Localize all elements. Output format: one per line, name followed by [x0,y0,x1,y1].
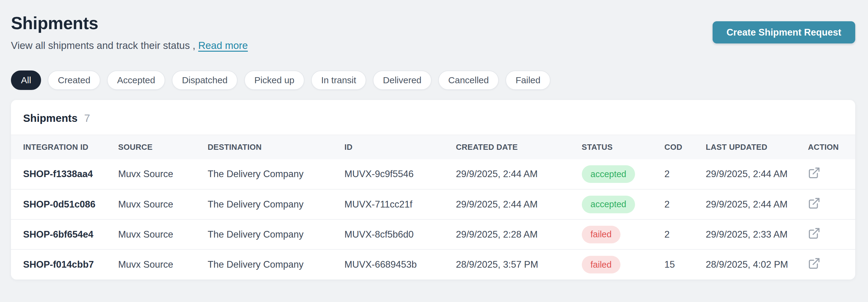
filter-pill-created[interactable]: Created [48,70,100,90]
cell-action [808,159,855,189]
cell-status: failed [582,249,664,279]
cell-created-date: 28/9/2025, 3:57 PM [456,249,582,279]
open-shipment-button[interactable] [808,197,820,210]
filter-pill-all[interactable]: All [11,70,41,90]
table-row: SHOP-6bf654e4 Muvx Source The Delivery C… [11,220,855,249]
filter-pill-label: In transit [321,75,356,86]
filter-pill-label: Created [58,75,90,86]
cell-id: MUVX-8cf5b6d0 [345,220,456,249]
cell-cod: 2 [664,220,706,249]
table-header-row: INTEGRATION IDSOURCEDESTINATIONIDCREATED… [11,135,855,159]
filter-pills: All Created Accepted Dispatched Picked u… [11,70,855,90]
page-header: Shipments View all shipments and track t… [11,13,855,52]
cell-destination: The Delivery Company [208,249,345,279]
read-more-link[interactable]: Read more [198,40,248,51]
cell-cod: 2 [664,189,706,220]
page-title: Shipments [11,13,248,33]
status-badge: failed [582,226,620,243]
page-header-text: Shipments View all shipments and track t… [11,13,248,52]
filter-pill-delivered[interactable]: Delivered [373,70,432,90]
filter-pill-in-transit[interactable]: In transit [311,70,366,90]
shipments-table: INTEGRATION IDSOURCEDESTINATIONIDCREATED… [11,135,855,279]
external-link-icon [808,197,820,210]
cell-integration-id: SHOP-f1338aa4 [11,159,118,189]
column-header-integration-id: INTEGRATION ID [11,135,118,159]
filter-pill-label: Cancelled [448,75,489,86]
cell-source: Muvx Source [118,220,208,249]
cell-action [808,189,855,220]
filter-pill-label: All [21,75,31,86]
cell-last-updated: 29/9/2025, 2:33 AM [706,220,808,249]
status-badge: accepted [582,196,636,213]
create-shipment-request-button[interactable]: Create Shipment Request [713,21,855,43]
filter-pill-label: Accepted [117,75,155,86]
shipments-card: Shipments 7 INTEGRATION IDSOURCEDESTINAT… [11,100,855,279]
page-subtitle-text: View all shipments and track their statu… [11,40,195,51]
filter-pill-label: Dispatched [182,75,227,86]
cell-status: failed [582,220,664,249]
column-header-action: ACTION [808,135,855,159]
filter-pill-picked-up[interactable]: Picked up [244,70,304,90]
filter-pill-accepted[interactable]: Accepted [107,70,165,90]
column-header-cod: COD [664,135,706,159]
open-shipment-button[interactable] [808,227,820,240]
column-header-last-updated: LAST UPDATED [706,135,808,159]
cell-created-date: 29/9/2025, 2:44 AM [456,189,582,220]
cell-source: Muvx Source [118,249,208,279]
column-header-source: SOURCE [118,135,208,159]
table-row: SHOP-f1338aa4 Muvx Source The Delivery C… [11,159,855,189]
cell-id: MUVX-6689453b [345,249,456,279]
filter-pill-label: Picked up [254,75,294,86]
external-link-icon [808,227,820,240]
filter-pill-label: Failed [516,75,540,86]
header-row: INTEGRATION IDSOURCEDESTINATIONIDCREATED… [11,135,855,159]
cell-id: MUVX-9c9f5546 [345,159,456,189]
cell-last-updated: 28/9/2025, 4:02 PM [706,249,808,279]
status-badge: accepted [582,165,636,183]
cell-cod: 15 [664,249,706,279]
cell-action [808,249,855,279]
external-link-icon [808,257,820,270]
cell-integration-id: SHOP-0d51c086 [11,189,118,220]
cell-integration-id: SHOP-6bf654e4 [11,220,118,249]
cell-source: Muvx Source [118,159,208,189]
filter-pill-failed[interactable]: Failed [505,70,551,90]
cell-created-date: 29/9/2025, 2:44 AM [456,159,582,189]
cell-destination: The Delivery Company [208,189,345,220]
cell-integration-id: SHOP-f014cbb7 [11,249,118,279]
cell-last-updated: 29/9/2025, 2:44 AM [706,189,808,220]
cell-status: accepted [582,159,664,189]
cell-last-updated: 29/9/2025, 2:44 AM [706,159,808,189]
cell-status: accepted [582,189,664,220]
cell-created-date: 29/9/2025, 2:28 AM [456,220,582,249]
column-header-destination: DESTINATION [208,135,345,159]
table-row: SHOP-f014cbb7 Muvx Source The Delivery C… [11,249,855,279]
card-header: Shipments 7 [11,100,855,135]
page-subtitle: View all shipments and track their statu… [11,39,248,53]
filter-pill-dispatched[interactable]: Dispatched [172,70,238,90]
filter-pill-label: Delivered [383,75,422,86]
cell-destination: The Delivery Company [208,220,345,249]
card-title: Shipments [23,112,78,124]
table-row: SHOP-0d51c086 Muvx Source The Delivery C… [11,189,855,220]
cell-source: Muvx Source [118,189,208,220]
shipments-count: 7 [84,112,90,124]
column-header-id: ID [345,135,456,159]
status-badge: failed [582,256,620,273]
cell-destination: The Delivery Company [208,159,345,189]
external-link-icon [808,167,820,179]
cell-id: MUVX-711cc21f [345,189,456,220]
cell-cod: 2 [664,159,706,189]
table-body: SHOP-f1338aa4 Muvx Source The Delivery C… [11,159,855,279]
filter-pill-cancelled[interactable]: Cancelled [438,70,499,90]
cell-action [808,220,855,249]
open-shipment-button[interactable] [808,257,820,270]
column-header-created-date: CREATED DATE [456,135,582,159]
column-header-status: STATUS [582,135,664,159]
open-shipment-button[interactable] [808,167,820,179]
